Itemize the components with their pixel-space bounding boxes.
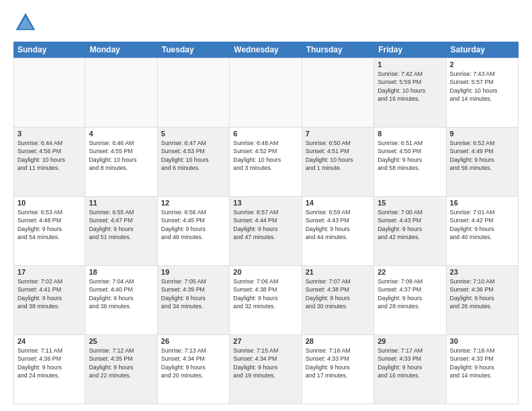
day-number: 15 xyxy=(378,199,442,207)
calendar-body: 1Sunrise: 7:42 AM Sunset: 5:59 PM Daylig… xyxy=(13,58,519,404)
day-number: 29 xyxy=(378,337,442,345)
day-number: 23 xyxy=(450,268,515,276)
day-info: Sunrise: 6:57 AM Sunset: 4:44 PM Dayligh… xyxy=(233,208,298,241)
day-cell-16: 16Sunrise: 7:01 AM Sunset: 4:42 PM Dayli… xyxy=(447,197,519,265)
header-day-friday: Friday xyxy=(374,42,446,58)
day-info: Sunrise: 6:56 AM Sunset: 4:45 PM Dayligh… xyxy=(161,208,226,241)
day-cell-23: 23Sunrise: 7:10 AM Sunset: 4:36 PM Dayli… xyxy=(447,266,519,334)
day-cell-1: 1Sunrise: 7:42 AM Sunset: 5:59 PM Daylig… xyxy=(374,58,446,127)
day-cell-10: 10Sunrise: 6:53 AM Sunset: 4:48 PM Dayli… xyxy=(13,197,85,265)
day-cell-15: 15Sunrise: 7:00 AM Sunset: 4:43 PM Dayli… xyxy=(374,197,446,265)
day-number: 21 xyxy=(306,268,370,276)
day-info: Sunrise: 6:48 AM Sunset: 4:52 PM Dayligh… xyxy=(233,139,298,172)
day-number: 13 xyxy=(233,199,298,207)
day-info: Sunrise: 6:50 AM Sunset: 4:51 PM Dayligh… xyxy=(306,139,370,172)
day-number: 19 xyxy=(161,268,226,276)
day-info: Sunrise: 7:00 AM Sunset: 4:43 PM Dayligh… xyxy=(378,208,442,241)
header-day-sunday: Sunday xyxy=(13,42,85,58)
day-info: Sunrise: 6:51 AM Sunset: 4:50 PM Dayligh… xyxy=(378,139,442,172)
day-number: 18 xyxy=(89,268,153,276)
day-cell-18: 18Sunrise: 7:04 AM Sunset: 4:40 PM Dayli… xyxy=(85,266,157,334)
day-number: 9 xyxy=(450,130,515,138)
day-number: 25 xyxy=(89,337,153,345)
calendar-row-0: 1Sunrise: 7:42 AM Sunset: 5:59 PM Daylig… xyxy=(13,58,519,128)
day-info: Sunrise: 7:18 AM Sunset: 4:33 PM Dayligh… xyxy=(450,347,515,379)
day-cell-26: 26Sunrise: 7:13 AM Sunset: 4:34 PM Dayli… xyxy=(158,335,230,404)
day-cell-17: 17Sunrise: 7:02 AM Sunset: 4:41 PM Dayli… xyxy=(13,266,85,334)
day-number: 27 xyxy=(233,337,298,345)
day-number: 14 xyxy=(306,199,370,207)
day-info: Sunrise: 7:42 AM Sunset: 5:59 PM Dayligh… xyxy=(378,70,442,103)
header-day-monday: Monday xyxy=(85,42,157,58)
header-day-saturday: Saturday xyxy=(447,42,519,58)
calendar: SundayMondayTuesdayWednesdayThursdayFrid… xyxy=(13,42,519,404)
day-info: Sunrise: 7:13 AM Sunset: 4:34 PM Dayligh… xyxy=(161,347,226,379)
day-info: Sunrise: 6:53 AM Sunset: 4:48 PM Dayligh… xyxy=(17,208,81,241)
day-cell-2: 2Sunrise: 7:43 AM Sunset: 5:57 PM Daylig… xyxy=(447,58,519,127)
empty-cell-0-3 xyxy=(230,58,302,127)
day-number: 8 xyxy=(378,130,442,138)
day-info: Sunrise: 7:06 AM Sunset: 4:38 PM Dayligh… xyxy=(233,277,298,310)
header-day-thursday: Thursday xyxy=(302,42,374,58)
day-number: 3 xyxy=(17,130,81,138)
day-number: 12 xyxy=(161,199,226,207)
day-cell-24: 24Sunrise: 7:11 AM Sunset: 4:36 PM Dayli… xyxy=(13,335,85,404)
day-info: Sunrise: 6:59 AM Sunset: 4:43 PM Dayligh… xyxy=(306,208,370,241)
day-info: Sunrise: 7:17 AM Sunset: 4:33 PM Dayligh… xyxy=(378,347,442,379)
day-cell-20: 20Sunrise: 7:06 AM Sunset: 4:38 PM Dayli… xyxy=(230,266,302,334)
day-cell-28: 28Sunrise: 7:16 AM Sunset: 4:33 PM Dayli… xyxy=(302,335,374,404)
day-number: 30 xyxy=(450,337,515,345)
day-info: Sunrise: 7:12 AM Sunset: 4:35 PM Dayligh… xyxy=(89,347,153,379)
calendar-row-4: 24Sunrise: 7:11 AM Sunset: 4:36 PM Dayli… xyxy=(13,335,519,404)
day-cell-13: 13Sunrise: 6:57 AM Sunset: 4:44 PM Dayli… xyxy=(230,197,302,265)
day-cell-9: 9Sunrise: 6:52 AM Sunset: 4:49 PM Daylig… xyxy=(447,128,519,196)
empty-cell-0-1 xyxy=(85,58,157,127)
day-info: Sunrise: 7:02 AM Sunset: 4:41 PM Dayligh… xyxy=(17,277,81,310)
day-number: 2 xyxy=(450,60,515,68)
day-number: 20 xyxy=(233,268,298,276)
empty-cell-0-2 xyxy=(158,58,230,127)
calendar-header: SundayMondayTuesdayWednesdayThursdayFrid… xyxy=(13,42,519,58)
page: SundayMondayTuesdayWednesdayThursdayFrid… xyxy=(0,0,532,411)
empty-cell-0-0 xyxy=(13,58,85,127)
day-info: Sunrise: 6:55 AM Sunset: 4:47 PM Dayligh… xyxy=(89,208,153,241)
logo xyxy=(13,11,42,35)
day-cell-25: 25Sunrise: 7:12 AM Sunset: 4:35 PM Dayli… xyxy=(85,335,157,404)
day-cell-7: 7Sunrise: 6:50 AM Sunset: 4:51 PM Daylig… xyxy=(302,128,374,196)
day-info: Sunrise: 6:46 AM Sunset: 4:55 PM Dayligh… xyxy=(89,139,153,172)
day-info: Sunrise: 6:47 AM Sunset: 4:53 PM Dayligh… xyxy=(161,139,226,172)
day-cell-27: 27Sunrise: 7:15 AM Sunset: 4:34 PM Dayli… xyxy=(230,335,302,404)
day-cell-11: 11Sunrise: 6:55 AM Sunset: 4:47 PM Dayli… xyxy=(85,197,157,265)
day-cell-6: 6Sunrise: 6:48 AM Sunset: 4:52 PM Daylig… xyxy=(230,128,302,196)
logo-icon xyxy=(13,11,38,35)
day-info: Sunrise: 7:16 AM Sunset: 4:33 PM Dayligh… xyxy=(306,347,370,379)
day-cell-22: 22Sunrise: 7:09 AM Sunset: 4:37 PM Dayli… xyxy=(374,266,446,334)
day-cell-3: 3Sunrise: 6:44 AM Sunset: 4:56 PM Daylig… xyxy=(13,128,85,196)
day-number: 6 xyxy=(233,130,298,138)
calendar-row-3: 17Sunrise: 7:02 AM Sunset: 4:41 PM Dayli… xyxy=(13,266,519,335)
day-info: Sunrise: 6:44 AM Sunset: 4:56 PM Dayligh… xyxy=(17,139,81,172)
day-info: Sunrise: 7:15 AM Sunset: 4:34 PM Dayligh… xyxy=(233,347,298,379)
day-number: 24 xyxy=(17,337,81,345)
day-number: 28 xyxy=(306,337,370,345)
day-info: Sunrise: 7:01 AM Sunset: 4:42 PM Dayligh… xyxy=(450,208,515,241)
day-cell-29: 29Sunrise: 7:17 AM Sunset: 4:33 PM Dayli… xyxy=(374,335,446,404)
day-cell-12: 12Sunrise: 6:56 AM Sunset: 4:45 PM Dayli… xyxy=(158,197,230,265)
calendar-row-1: 3Sunrise: 6:44 AM Sunset: 4:56 PM Daylig… xyxy=(13,128,519,197)
day-number: 4 xyxy=(89,130,153,138)
calendar-row-2: 10Sunrise: 6:53 AM Sunset: 4:48 PM Dayli… xyxy=(13,197,519,266)
day-number: 5 xyxy=(161,130,226,138)
day-info: Sunrise: 7:11 AM Sunset: 4:36 PM Dayligh… xyxy=(17,347,81,379)
day-number: 16 xyxy=(450,199,515,207)
day-number: 10 xyxy=(17,199,81,207)
day-info: Sunrise: 7:05 AM Sunset: 4:39 PM Dayligh… xyxy=(161,277,226,310)
day-cell-4: 4Sunrise: 6:46 AM Sunset: 4:55 PM Daylig… xyxy=(85,128,157,196)
day-cell-14: 14Sunrise: 6:59 AM Sunset: 4:43 PM Dayli… xyxy=(302,197,374,265)
day-info: Sunrise: 7:43 AM Sunset: 5:57 PM Dayligh… xyxy=(450,70,515,103)
day-number: 22 xyxy=(378,268,442,276)
day-info: Sunrise: 7:07 AM Sunset: 4:38 PM Dayligh… xyxy=(306,277,370,310)
day-number: 7 xyxy=(306,130,370,138)
day-cell-30: 30Sunrise: 7:18 AM Sunset: 4:33 PM Dayli… xyxy=(447,335,519,404)
day-info: Sunrise: 7:10 AM Sunset: 4:36 PM Dayligh… xyxy=(450,277,515,310)
header-day-wednesday: Wednesday xyxy=(230,42,302,58)
